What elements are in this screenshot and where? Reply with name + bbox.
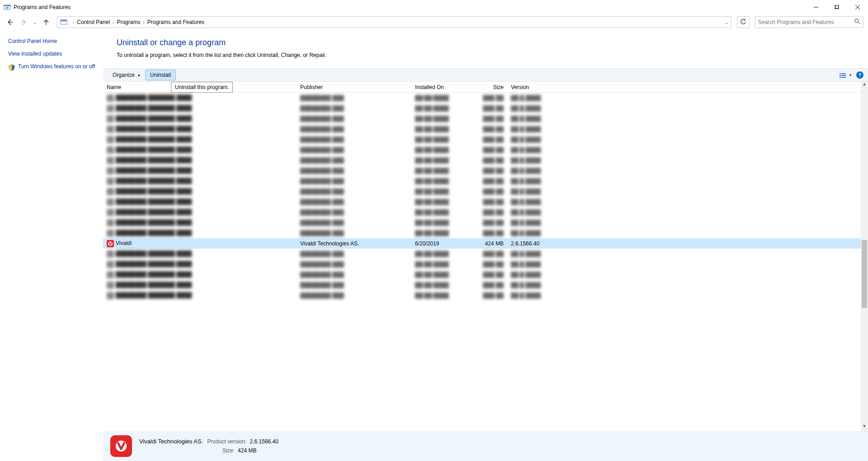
window-title: Programs and Features [14, 4, 71, 10]
program-row[interactable]: ████████ ███████ ████████████ █████/██/█… [103, 249, 868, 259]
view-options-button[interactable] [840, 73, 847, 77]
chevron-right-icon: › [73, 20, 74, 25]
close-button[interactable] [847, 0, 868, 14]
search-icon[interactable] [854, 19, 860, 26]
program-row[interactable]: ████████ ███████ ████████████ █████/██/█… [103, 176, 868, 186]
page-subtext: To uninstall a program, select it from t… [117, 52, 868, 58]
programs-icon [4, 4, 11, 11]
program-row[interactable]: ████████ ███████ ████████████ █████/██/█… [103, 207, 868, 217]
chevron-down-icon: ▾ [138, 73, 140, 78]
scrollbar[interactable]: ▲ ▼ [861, 82, 868, 431]
svg-rect-11 [61, 20, 67, 21]
svg-rect-1 [4, 5, 10, 6]
program-row[interactable]: ████████ ███████ ████████████ █████/██/█… [103, 197, 868, 207]
program-row[interactable]: ████████ ███████ ████████████ █████/██/█… [103, 155, 868, 165]
svg-rect-17 [841, 75, 846, 76]
svg-rect-15 [841, 73, 846, 74]
minimize-button[interactable] [806, 0, 826, 14]
organize-label: Organize [113, 72, 135, 78]
uninstall-tooltip: Uninstall this program. [171, 82, 233, 93]
scroll-thumb[interactable] [862, 240, 867, 308]
program-row-selected[interactable]: VivaldiVivaldi Technologies AS.6/20/2019… [103, 238, 868, 249]
column-installed-on[interactable]: Installed On [411, 84, 460, 90]
program-row[interactable]: ████████ ███████ ████████████ █████/██/█… [103, 290, 868, 301]
svg-rect-16 [840, 75, 841, 76]
program-row[interactable]: ████████ ███████ ████████████ █████/██/█… [103, 93, 868, 103]
program-row[interactable]: ████████ ███████ ████████████ █████/██/█… [103, 124, 868, 134]
vivaldi-app-icon [110, 435, 132, 457]
details-pane: Vivaldi Technologies AS. Product version… [103, 431, 868, 461]
svg-rect-18 [840, 77, 841, 78]
organize-button[interactable]: Organize ▾ [108, 70, 145, 80]
row-size: 424 MB [460, 240, 507, 247]
details-pv-label: Product version: [208, 438, 247, 445]
row-name: Vivaldi [116, 240, 132, 246]
up-button[interactable] [41, 17, 52, 28]
uninstall-button[interactable]: Uninstall [145, 70, 176, 80]
details-size-label: Size: [222, 447, 235, 454]
program-row[interactable]: ████████ ███████ ████████████ █████/██/█… [103, 165, 868, 176]
breadcrumb-item[interactable]: Control Panel [77, 19, 110, 25]
svg-rect-14 [840, 73, 841, 74]
row-publisher: Vivaldi Technologies AS. [297, 240, 411, 247]
program-row[interactable]: ████████ ███████ ████████████ █████/██/█… [103, 269, 868, 280]
breadcrumb-item[interactable]: Programs [117, 19, 140, 25]
svg-line-13 [858, 22, 860, 24]
windows-features-link[interactable]: Turn Windows features on or off [18, 63, 95, 70]
program-row[interactable]: ████████ ███████ ████████████ █████/██/█… [103, 186, 868, 197]
program-row[interactable]: ████████ ███████ ████████████ █████/██/█… [103, 145, 868, 155]
control-panel-home-link[interactable]: Control Panel Home [8, 38, 99, 44]
svg-rect-2 [6, 7, 9, 9]
svg-rect-4 [835, 5, 838, 9]
search-input[interactable] [758, 19, 854, 25]
chevron-right-icon: › [113, 20, 114, 25]
chevron-down-icon[interactable]: ▾ [849, 73, 852, 77]
svg-rect-19 [841, 77, 846, 78]
maximize-button[interactable] [826, 0, 847, 14]
back-button[interactable] [5, 17, 15, 28]
page-heading: Uninstall or change a program [117, 38, 868, 47]
location-icon [60, 19, 67, 26]
address-dropdown-icon[interactable]: ⌄ [725, 20, 728, 25]
program-row[interactable]: ████████ ███████ ████████████ █████/██/█… [103, 134, 868, 145]
program-row[interactable]: ████████ ███████ ████████████ █████/██/█… [103, 217, 868, 228]
program-row[interactable]: ████████ ███████ ████████████ █████/██/█… [103, 259, 868, 269]
scroll-down-icon[interactable]: ▼ [861, 424, 868, 431]
program-row[interactable]: ████████ ███████ ████████████ █████/██/█… [103, 103, 868, 113]
search-box[interactable] [755, 16, 863, 28]
program-row[interactable]: ████████ ███████ ████████████ █████/██/█… [103, 280, 868, 290]
help-button[interactable]: ? [856, 71, 863, 79]
column-size[interactable]: Size [460, 84, 507, 90]
column-version[interactable]: Version [507, 84, 584, 90]
view-installed-updates-link[interactable]: View installed updates [8, 51, 99, 57]
details-size-value: 424 MB [238, 447, 256, 454]
row-version: 2.6.1566.40 [507, 240, 584, 247]
program-row[interactable]: ████████ ███████ ████████████ █████/██/█… [103, 113, 868, 124]
scroll-up-icon[interactable]: ▲ [861, 82, 868, 89]
details-publisher: Vivaldi Technologies AS. [139, 438, 203, 445]
details-pv-value: 2.6.1566.40 [250, 438, 278, 445]
svg-rect-5 [835, 5, 839, 9]
svg-point-12 [855, 19, 859, 23]
chevron-right-icon: › [143, 20, 144, 25]
breadcrumb-item[interactable]: Programs and Features [147, 19, 204, 25]
program-row[interactable]: ████████ ███████ ████████████ █████/██/█… [103, 228, 868, 238]
row-installed: 6/20/2019 [411, 240, 460, 247]
address-bar[interactable]: › Control Panel › Programs › Programs an… [57, 16, 731, 28]
forward-button[interactable] [18, 17, 29, 28]
shield-icon [8, 64, 15, 71]
vivaldi-icon [107, 240, 114, 247]
recent-locations-dropdown[interactable]: ⌄ [32, 17, 38, 28]
column-publisher[interactable]: Publisher [297, 84, 411, 90]
refresh-button[interactable] [737, 16, 750, 28]
